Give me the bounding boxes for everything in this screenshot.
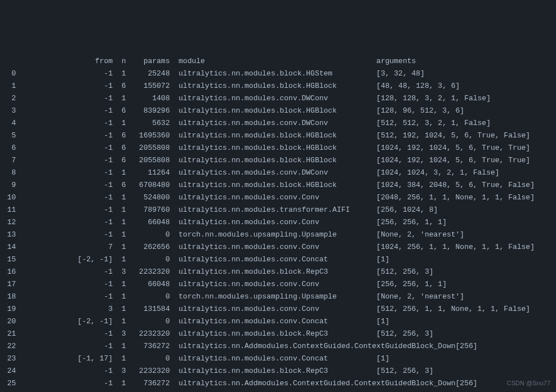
table-row: 20 [-2, -1] 1 0 ultralytics.nn.modules.c… [3, 315, 553, 328]
table-row: 5 -1 6 1695360 ultralytics.nn.modules.bl… [3, 130, 553, 142]
table-row: 3 -1 6 839296 ultralytics.nn.modules.blo… [3, 105, 553, 117]
table-row: 24 -1 3 2232320 ultralytics.nn.modules.b… [3, 365, 553, 377]
table-row: 0 -1 1 25248 ultralytics.nn.modules.bloc… [3, 68, 553, 80]
table-row: 18 -1 1 0 torch.nn.modules.upsampling.Up… [3, 291, 553, 303]
table-row: 9 -1 6 6708480 ultralytics.nn.modules.bl… [3, 179, 553, 191]
watermark: CSDN @Snu77 [507, 377, 550, 389]
table-row: 13 -1 1 0 torch.nn.modules.upsampling.Up… [3, 229, 553, 241]
table-row: 1 -1 6 155072 ultralytics.nn.modules.blo… [3, 80, 553, 92]
table-row: 12 -1 1 66048 ultralytics.nn.modules.con… [3, 216, 553, 229]
table-row: 14 7 1 262656 ultralytics.nn.modules.con… [3, 241, 553, 253]
table-row: 10 -1 1 524800 ultralytics.nn.modules.co… [3, 191, 553, 204]
table-row: 4 -1 1 5632 ultralytics.nn.modules.conv.… [3, 117, 553, 130]
table-row: 8 -1 1 11264 ultralytics.nn.modules.conv… [3, 167, 553, 179]
table-header: from n params module arguments [3, 55, 553, 68]
table-row: 22 -1 1 736272 ultralytics.nn.Addmodules… [3, 340, 553, 353]
table-row: 2 -1 1 1408 ultralytics.nn.modules.conv.… [3, 92, 553, 105]
table-row: 19 3 1 131584 ultralytics.nn.modules.con… [3, 303, 553, 315]
console-output: from n params module arguments 0 -1 1 25… [3, 55, 553, 392]
table-row: 6 -1 6 2055808 ultralytics.nn.modules.bl… [3, 142, 553, 154]
table-row: 26 [-1, 12] 1 0 ultralytics.nn.modules.c… [3, 390, 553, 392]
table-row: 16 -1 3 2232320 ultralytics.nn.modules.b… [3, 266, 553, 278]
table-row: 17 -1 1 66048 ultralytics.nn.modules.con… [3, 278, 553, 291]
table-row: 23 [-1, 17] 1 0 ultralytics.nn.modules.c… [3, 353, 553, 365]
table-row: 11 -1 1 789760 ultralytics.nn.modules.tr… [3, 204, 553, 216]
table-row: 21 -1 3 2232320 ultralytics.nn.modules.b… [3, 328, 553, 340]
table-row: 25 -1 1 736272 ultralytics.nn.Addmodules… [3, 377, 553, 390]
table-row: 7 -1 6 2055808 ultralytics.nn.modules.bl… [3, 154, 553, 167]
table-row: 15 [-2, -1] 1 0 ultralytics.nn.modules.c… [3, 253, 553, 266]
